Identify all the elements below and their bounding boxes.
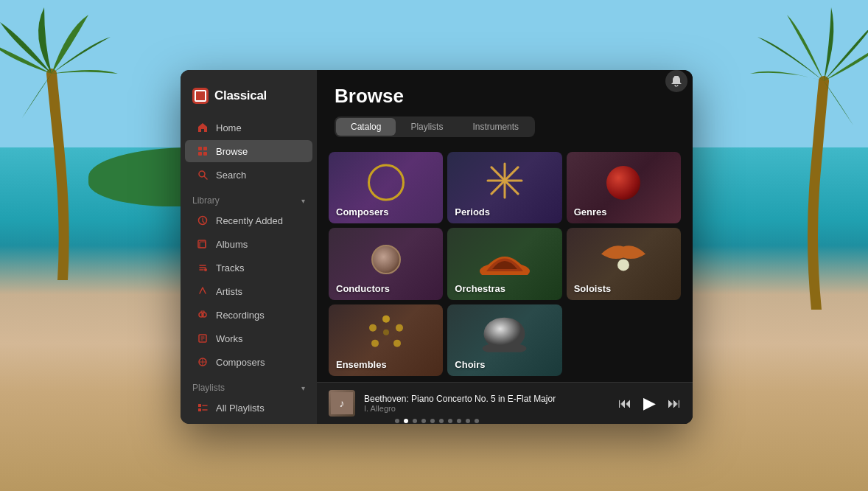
tab-catalog[interactable]: Catalog [336,118,396,136]
svg-point-29 [393,340,401,347]
svg-point-26 [617,259,629,271]
player-controls: ⏮ ▶ ⏭ [618,394,681,413]
palm-tree-right [721,0,868,310]
svg-point-30 [371,340,379,347]
card-label-genres: Genres [574,206,607,217]
sidebar-item-home[interactable]: Home [185,116,312,139]
svg-rect-2 [203,147,207,150]
dot-3 [421,419,426,423]
ensembles-card-icon [364,312,408,355]
choirs-card-icon [480,312,528,355]
soloists-card-icon [598,243,649,275]
tab-playlists[interactable]: Playlists [396,118,458,136]
main-content: Browse Catalog Playlists Instruments Com… [317,70,693,424]
dot-4 [430,419,435,423]
svg-rect-9 [200,242,206,248]
composers-card-icon [368,164,405,201]
browse-grid: Composers Periods [317,146,693,382]
sidebar-item-recently-added[interactable]: Recently Added [185,209,312,231]
library-chevron[interactable]: ▾ [301,197,305,205]
playlists-section-header: Playlists ▾ [181,374,317,396]
dot-0 [395,419,399,423]
artist-icon [197,285,209,297]
track-icon [197,262,209,274]
sidebar-item-search[interactable]: Search [185,164,312,186]
card-soloists[interactable]: Soloists [567,228,681,299]
card-orchestras[interactable]: Orchestras [447,228,561,299]
card-conductors[interactable]: Conductors [329,228,443,299]
sidebar-item-browse[interactable]: Browse [185,140,312,162]
next-button[interactable]: ⏭ [668,396,681,411]
svg-rect-18 [198,408,201,411]
empty-slot [567,304,681,376]
works-icon [197,332,209,344]
svg-rect-3 [198,152,202,156]
svg-rect-1 [198,147,202,150]
card-label-ensembles: Ensembles [336,359,387,370]
progress-dots [181,413,693,426]
conductors-card-icon [371,245,401,274]
svg-rect-4 [203,152,207,156]
sidebar-item-tracks[interactable]: Tracks [185,257,312,279]
svg-point-31 [369,324,377,332]
logo-icon [192,88,209,104]
app-logo: Classical [181,82,317,116]
playlist-icon [197,402,209,414]
dot-1 [404,419,408,423]
svg-point-12 [202,313,206,317]
card-periods[interactable]: Periods [447,152,561,223]
notification-button[interactable] [665,70,687,92]
app-window: Classical Home Browse [181,70,693,424]
periods-card-icon [486,162,523,202]
svg-rect-17 [198,404,201,407]
home-icon [197,122,209,133]
dot-9 [475,419,479,423]
tab-instruments[interactable]: Instruments [458,118,533,136]
dot-6 [448,419,452,423]
library-section-header: Library ▾ [181,187,317,209]
prev-button[interactable]: ⏮ [618,396,631,411]
search-icon [197,169,209,181]
play-button[interactable]: ▶ [643,394,656,413]
card-ensembles[interactable]: Ensembles [329,304,443,376]
card-composers[interactable]: Composers [329,152,443,223]
sidebar-item-composers[interactable]: Composers [185,351,312,373]
sidebar-item-recordings[interactable]: Recordings [185,304,312,326]
dot-8 [466,419,470,423]
recent-icon [197,215,209,226]
dot-5 [439,419,444,423]
svg-point-34 [483,318,525,350]
dot-7 [457,419,461,423]
player-title: Beethoven: Piano Concerto No. 5 in E-Fla… [364,394,609,404]
svg-point-28 [396,324,403,332]
album-icon [197,238,209,250]
palm-tree-left [0,0,162,280]
notification-icon [671,75,682,87]
card-label-conductors: Conductors [336,283,390,294]
svg-point-10 [204,268,207,271]
sidebar-item-works[interactable]: Works [185,327,312,349]
card-genres[interactable]: Genres [567,152,681,223]
sidebar-item-artists[interactable]: Artists [185,280,312,302]
svg-text:♪: ♪ [340,397,345,409]
player-info: Beethoven: Piano Concerto No. 5 in E-Fla… [364,394,609,413]
card-label-choirs: Choirs [455,359,485,370]
playlists-chevron[interactable]: ▾ [301,384,305,392]
card-label-composers: Composers [336,206,389,217]
svg-line-6 [204,176,207,179]
card-label-orchestras: Orchestras [455,283,505,294]
composers-icon [197,356,209,368]
genres-card-icon [606,166,640,200]
app-title: Classical [214,88,267,103]
dot-2 [413,419,417,423]
player-subtitle: I. Allegro [364,404,609,413]
page-title: Browse [335,85,675,108]
tabs-bar: Catalog Playlists Instruments [335,116,535,137]
sidebar-item-albums[interactable]: Albums [185,233,312,255]
browse-icon [197,145,209,157]
card-choirs[interactable]: Choirs [447,304,561,376]
svg-point-32 [383,330,389,335]
orchestras-card-icon [479,238,531,278]
svg-point-27 [382,316,390,323]
recording-icon [197,309,209,321]
